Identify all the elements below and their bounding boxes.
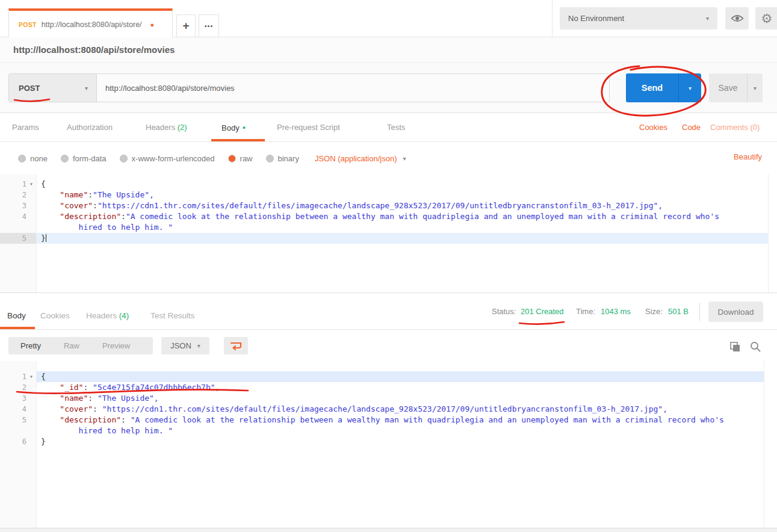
code-line[interactable]: 5 "description": "A comedic look at the … [0,415,764,425]
view-pretty[interactable]: Pretty [20,341,41,350]
code-text: { [36,371,764,382]
code-text: } [36,436,764,447]
view-raw[interactable]: Raw [64,341,79,350]
active-response-tab-underline [0,327,35,329]
request-tab[interactable]: POST http://localhost:8080/api/store/ ● [8,8,173,38]
code-line[interactable]: 3 "name": "The Upside", [0,393,764,404]
bottom-status-strip [0,528,777,532]
code-link[interactable]: Code [682,113,701,142]
save-options-button[interactable]: ▾ [747,73,763,102]
response-format-select[interactable]: JSON ▾ [161,337,209,354]
tab-tests[interactable]: Tests [387,113,405,142]
request-body-editor[interactable]: 1▾{2 "name":"The Upside",3 "cover":"http… [0,175,769,292]
send-button[interactable]: Send ▾ [626,73,701,102]
response-body-editor[interactable]: 1▾{2 "_id": "5c4e715fa74c07dbbb6ecb7b",3… [0,361,764,528]
code-line[interactable]: 2 "name":"The Upside", [0,190,768,200]
mode-binary[interactable]: binary [266,154,299,163]
fold-arrow-icon[interactable]: ▾ [26,371,36,382]
code-text: hired to help him. " [36,425,764,436]
line-number-gutter: 3 [0,393,36,404]
header-bar: POST http://localhost:8080/api/store/ ● … [0,0,777,37]
code-line[interactable]: 1▾{ [0,179,768,190]
send-options-button[interactable]: ▾ [678,73,701,102]
environment-preview-button[interactable] [725,7,749,29]
save-button-label: Save [709,73,747,102]
new-tab-button[interactable]: + [176,14,196,37]
line-number-gutter: 2 [0,382,36,393]
size-label: Size: [645,293,663,330]
code-text: { [36,179,768,190]
unsaved-dot-icon: ● [150,21,155,28]
status-label: Status: [492,293,516,330]
response-tab-headers[interactable]: Headers (4) [86,304,129,330]
code-text: "cover":"https://cdn1.thr.com/sites/defa… [36,200,768,211]
code-line[interactable]: 4 "description":"A comedic look at the r… [0,211,768,222]
code-line[interactable]: 3 "cover":"https://cdn1.thr.com/sites/de… [0,200,768,211]
method-select-value: POST [19,84,40,93]
chevron-down-icon: ▾ [403,155,406,162]
url-group: POST ▾ [8,73,610,102]
code-line[interactable]: 2 "_id": "5c4e715fa74c07dbbb6ecb7b", [0,382,764,393]
response-tab-cookies[interactable]: Cookies [40,304,70,330]
mode-form-data[interactable]: form-data [61,154,107,163]
tab-params[interactable]: Params [12,113,39,142]
eye-icon [731,14,744,23]
settings-button[interactable]: ⚙ [755,7,777,29]
response-tab-test-results[interactable]: Test Results [150,304,195,330]
code-line[interactable]: 5} [0,233,768,244]
postman-window: POST http://localhost:8080/api/store/ ● … [0,0,777,532]
code-line[interactable]: 4 "cover": "https://cdn1.thr.com/sites/d… [0,404,764,415]
url-input[interactable] [97,74,609,102]
radio-icon [120,155,128,162]
search-response-button[interactable] [748,339,763,354]
content-type-select[interactable]: JSON (application/json) ▾ [315,154,406,163]
response-toolbar: Pretty Raw Preview JSON ▾ [0,330,777,361]
response-headers-count-badge: (4) [119,311,129,320]
code-line[interactable]: 6} [0,436,764,447]
code-line[interactable]: hired to help him. " [0,425,764,436]
line-number-gutter: 1▾ [0,371,36,382]
line-number-gutter: 4 [0,404,36,415]
tab-body[interactable]: Body● [221,113,246,142]
more-tabs-button[interactable]: ••• [199,14,219,37]
wrap-lines-button[interactable] [224,337,248,354]
response-tab-body[interactable]: Body [7,304,26,330]
headers-count-badge: (2) [178,123,187,132]
line-number-gutter [0,222,36,233]
code-line[interactable]: 1▾{ [0,371,764,382]
code-text: "name": "The Upside", [36,393,764,404]
request-builder: POST ▾ Send ▾ Save ▾ [0,63,777,113]
copy-response-button[interactable] [728,339,742,354]
radio-icon [266,155,274,162]
tab-pre-request-script[interactable]: Pre-request Script [277,113,340,142]
chevron-down-icon: ▾ [85,85,88,91]
response-header-bar: Body Cookies Headers (4) Test Results St… [0,293,777,330]
method-select[interactable]: POST ▾ [9,74,97,102]
download-button[interactable]: Download [708,302,763,322]
tab-headers[interactable]: Headers (2) [146,113,187,142]
request-body-section: 1▾{2 "name":"The Upside",3 "cover":"http… [0,175,777,293]
cookies-link[interactable]: Cookies [639,113,667,142]
environment-select[interactable]: No Environment ▾ [560,7,717,29]
comments-link[interactable]: Comments (0) [710,113,760,142]
mode-x-www-form-urlencoded[interactable]: x-www-form-urlencoded [120,154,215,163]
size-value: 501 B [668,293,689,330]
line-number-gutter: 5 [0,233,36,244]
code-text: "cover": "https://cdn1.thr.com/sites/def… [36,404,764,415]
response-view-switch: Pretty Raw Preview [8,337,153,354]
chevron-down-icon: ▾ [197,342,200,349]
beautify-link[interactable]: Beautify [734,142,762,175]
response-body-section: 1▾{2 "_id": "5c4e715fa74c07dbbb6ecb7b",3… [0,361,777,528]
view-preview[interactable]: Preview [102,341,130,350]
tab-authorization[interactable]: Authorization [67,113,113,142]
mode-none[interactable]: none [18,154,48,163]
fold-arrow-icon[interactable]: ▾ [26,179,36,190]
code-line[interactable]: hired to help him. " [0,222,768,233]
mode-raw[interactable]: raw [228,154,253,163]
meta-divider [699,303,700,321]
line-number-gutter: 6 [0,436,36,447]
save-button[interactable]: Save ▾ [709,73,763,102]
radio-icon [61,155,69,162]
text-cursor [46,234,46,242]
radio-selected-icon [228,155,236,162]
